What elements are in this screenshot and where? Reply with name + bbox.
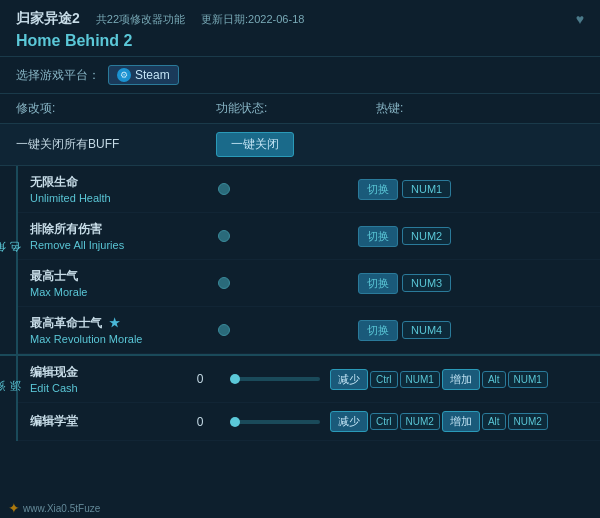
dec-btn-cash[interactable]: 减少 [330, 369, 368, 390]
dec-key2-cash[interactable]: NUM1 [400, 371, 440, 388]
steam-badge[interactable]: ⚙ Steam [108, 65, 179, 85]
slider-track-bar-cash[interactable] [230, 377, 320, 381]
slider-row-academy: 编辑学堂 0 减少 Ctrl NUM2 增加 Alt NUM2 [18, 403, 600, 441]
mod-toggle-morale [218, 277, 358, 289]
slider-track-cash[interactable] [230, 377, 330, 381]
slider-name-cash: 编辑现金 Edit Cash [30, 364, 170, 394]
hotkey-num-health[interactable]: NUM1 [402, 180, 451, 198]
hotkey-toggle-injuries[interactable]: 切换 [358, 226, 398, 247]
mod-hotkey-injuries: 切换 NUM2 [358, 226, 588, 247]
section-character: 角色 无限生命 Unlimited Health 切换 NUM1 排除所有伤害 … [0, 166, 600, 354]
slider-val-academy: 0 [170, 415, 230, 429]
mod-name-health: 无限生命 Unlimited Health [30, 174, 218, 204]
mod-toggle-health [218, 183, 358, 195]
title-en: Home Behind 2 [16, 32, 584, 50]
mod-row-injuries: 排除所有伤害 Remove All Injuries 切换 NUM2 [18, 213, 600, 260]
toggle-dot-injuries[interactable] [218, 230, 230, 242]
dec-btn-academy[interactable]: 减少 [330, 411, 368, 432]
steam-icon: ⚙ [117, 68, 131, 82]
col-status-label: 功能状态: [216, 100, 376, 117]
mod-row-morale: 最高士气 Max Morale 切换 NUM3 [18, 260, 600, 307]
dec-key2-academy[interactable]: NUM2 [400, 413, 440, 430]
hotkey-num-morale[interactable]: NUM3 [402, 274, 451, 292]
slider-track-bar-academy[interactable] [230, 420, 320, 424]
hotkey-toggle-health[interactable]: 切换 [358, 179, 398, 200]
special-name: 一键关闭所有BUFF [16, 136, 216, 153]
mod-name-rev-cn: 最高革命士气 ★ [30, 315, 218, 332]
heart-icon[interactable]: ♥ [576, 11, 584, 27]
title-cn: 归家异途2 [16, 10, 80, 28]
slider-track-academy[interactable] [230, 420, 330, 424]
mod-name-morale: 最高士气 Max Morale [30, 268, 218, 298]
mod-row-rev-morale: 最高革命士气 ★ Max Revolution Morale 切换 NUM4 [18, 307, 600, 354]
watermark: ✦ www.Xia0.5tFuze [8, 500, 100, 516]
col-mod-label: 修改项: [16, 100, 216, 117]
mod-name-injuries: 排除所有伤害 Remove All Injuries [30, 221, 218, 251]
toggle-dot-morale[interactable] [218, 277, 230, 289]
platform-row: 选择游戏平台： ⚙ Steam [0, 57, 600, 94]
inc-btn-academy[interactable]: 增加 [442, 411, 480, 432]
col-hotkey-label: 热键: [376, 100, 584, 117]
slider-btns-academy: 减少 Ctrl NUM2 增加 Alt NUM2 [330, 411, 588, 432]
slider-val-cash: 0 [170, 372, 230, 386]
toggle-dot-rev-morale[interactable] [218, 324, 230, 336]
special-button[interactable]: 一键关闭 [216, 132, 294, 157]
special-row: 一键关闭所有BUFF 一键关闭 [0, 124, 600, 166]
section-label-character: 角色 [0, 166, 16, 354]
mod-row-health: 无限生命 Unlimited Health 切换 NUM1 [18, 166, 600, 213]
mod-name-rev-morale: 最高革命士气 ★ Max Revolution Morale [30, 315, 218, 345]
watermark-icon: ✦ [8, 500, 20, 516]
section-label-resources-text: 资源 [0, 398, 23, 400]
steam-label: Steam [135, 68, 170, 82]
mod-hotkey-morale: 切换 NUM3 [358, 273, 588, 294]
inc-key2-cash[interactable]: NUM1 [508, 371, 548, 388]
slider-btns-cash: 减少 Ctrl NUM1 增加 Alt NUM1 [330, 369, 588, 390]
header-meta: 共22项修改器功能 [96, 12, 185, 27]
section-resources-items: 编辑现金 Edit Cash 0 减少 Ctrl NUM1 增加 Alt NUM… [16, 356, 600, 441]
mod-hotkey-health: 切换 NUM1 [358, 179, 588, 200]
mod-hotkey-rev-morale: 切换 NUM4 [358, 320, 588, 341]
mod-toggle-injuries [218, 230, 358, 242]
inc-key2-academy[interactable]: NUM2 [508, 413, 548, 430]
slider-row-cash: 编辑现金 Edit Cash 0 减少 Ctrl NUM1 增加 Alt NUM… [18, 356, 600, 403]
hotkey-num-injuries[interactable]: NUM2 [402, 227, 451, 245]
section-label-text: 角色 [0, 259, 23, 261]
toggle-dot-health[interactable] [218, 183, 230, 195]
hotkey-toggle-rev-morale[interactable]: 切换 [358, 320, 398, 341]
platform-label: 选择游戏平台： [16, 67, 100, 84]
section-resources: 资源 编辑现金 Edit Cash 0 减少 Ctrl NUM1 增加 Alt … [0, 354, 600, 441]
dec-key1-cash[interactable]: Ctrl [370, 371, 398, 388]
section-character-items: 无限生命 Unlimited Health 切换 NUM1 排除所有伤害 Rem… [16, 166, 600, 354]
mod-toggle-rev-morale [218, 324, 358, 336]
inc-key1-cash[interactable]: Alt [482, 371, 506, 388]
watermark-text: www.Xia0.5tFuze [23, 503, 100, 514]
slider-thumb-academy[interactable] [230, 417, 240, 427]
columns-header: 修改项: 功能状态: 热键: [0, 94, 600, 124]
inc-btn-cash[interactable]: 增加 [442, 369, 480, 390]
slider-name-academy: 编辑学堂 [30, 413, 170, 431]
hotkey-num-rev-morale[interactable]: NUM4 [402, 321, 451, 339]
slider-thumb-cash[interactable] [230, 374, 240, 384]
header: 归家异途2 共22项修改器功能 更新日期:2022-06-18 ♥ Home B… [0, 0, 600, 57]
star-icon: ★ [109, 316, 120, 330]
hotkey-toggle-morale[interactable]: 切换 [358, 273, 398, 294]
header-date: 更新日期:2022-06-18 [201, 12, 304, 27]
section-label-resources: 资源 [0, 356, 16, 441]
dec-key1-academy[interactable]: Ctrl [370, 413, 398, 430]
inc-key1-academy[interactable]: Alt [482, 413, 506, 430]
